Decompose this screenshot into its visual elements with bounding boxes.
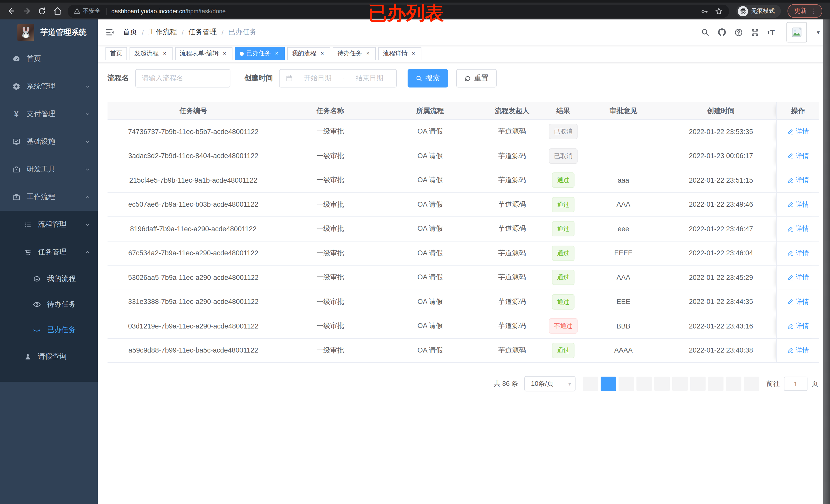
page-button[interactable] <box>744 377 759 391</box>
page-button[interactable] <box>618 377 634 391</box>
fullscreen-icon[interactable] <box>751 28 759 37</box>
sidebar-item-workflow[interactable]: 工作流程 <box>0 183 98 211</box>
detail-link[interactable]: 详情 <box>787 176 809 185</box>
view-tab[interactable]: 已办任务 × <box>235 47 285 60</box>
task-name-cell: 一级审批 <box>279 297 381 306</box>
url-path: /bpm/task/done <box>185 8 226 14</box>
detail-link[interactable]: 详情 <box>787 249 809 258</box>
view-tab[interactable]: 流程表单-编辑 × <box>175 47 232 60</box>
detail-link[interactable]: 详情 <box>787 200 809 209</box>
comment-cell: aaa <box>581 176 666 184</box>
page-button[interactable] <box>690 377 706 391</box>
page-button[interactable] <box>708 377 724 391</box>
logo-avatar: 🐰 <box>18 24 34 41</box>
face-icon <box>31 275 43 283</box>
view-tab[interactable]: 我的流程 × <box>287 47 330 60</box>
pagination: 共 86 条 10条/页 ▾ 前往 1 页 <box>107 376 819 392</box>
sidebar-item-task-mgmt[interactable]: 任务管理 <box>0 238 98 266</box>
input-placeholder: 请输入流程名 <box>142 74 183 83</box>
detail-link-label: 详情 <box>796 297 809 306</box>
sidebar-item-dev[interactable]: 研发工具 <box>0 156 98 183</box>
process-name-input[interactable]: 请输入流程名 <box>135 69 230 88</box>
sidebar-item-leave-query[interactable]: 请假查询 <box>0 343 98 370</box>
create-time-cell: 2022-01-23 00:06:17 <box>666 152 776 160</box>
sidebar-logo-row[interactable]: 🐰 芋道管理系统 <box>0 20 98 45</box>
browser-update-button[interactable]: 更新 ⋮ <box>788 4 822 18</box>
back-icon[interactable] <box>6 6 17 16</box>
sidebar-item-my-process[interactable]: 我的流程 <box>0 266 98 292</box>
view-tab[interactable]: 发起流程 × <box>130 47 172 60</box>
detail-link[interactable]: 详情 <box>787 297 809 306</box>
vertical-scrollbar[interactable] <box>823 20 830 504</box>
forward-icon[interactable] <box>22 6 32 16</box>
security-indicator[interactable]: 不安全 <box>74 7 101 15</box>
page-button[interactable] <box>601 377 616 391</box>
col-starter: 流程发起人 <box>479 106 545 115</box>
sidebar-item-done[interactable]: 已办任务 <box>0 317 98 343</box>
action-cell: 详情 <box>776 290 819 314</box>
reload-icon[interactable] <box>37 6 47 16</box>
starter-cell: 芋道源码 <box>479 200 545 209</box>
sidebar-item-home[interactable]: 首页 <box>0 45 98 73</box>
home-icon[interactable] <box>52 6 62 16</box>
goto-page-input[interactable]: 1 <box>784 377 807 391</box>
bookmark-star-icon[interactable] <box>715 7 723 15</box>
view-tab[interactable]: 首页 <box>105 47 127 60</box>
tab-close-icon[interactable]: × <box>221 50 228 57</box>
action-cell: 详情 <box>776 144 819 168</box>
chevron-down-icon <box>85 139 91 145</box>
page-button[interactable] <box>583 377 598 391</box>
detail-link[interactable]: 详情 <box>787 346 809 355</box>
result-badge: 通过 <box>552 343 574 358</box>
goto-group: 前往 1 页 <box>767 377 818 391</box>
tab-close-icon[interactable]: × <box>274 50 280 57</box>
sidebar-item-system[interactable]: 系统管理 <box>0 73 98 100</box>
page-size-select[interactable]: 10条/页 ▾ <box>524 376 576 392</box>
page-button[interactable] <box>636 377 652 391</box>
detail-link[interactable]: 详情 <box>787 224 809 234</box>
task-id-cell: 331e3388-7b9a-11ec-a290-acde48001122 <box>107 298 279 306</box>
page-button[interactable] <box>726 377 741 391</box>
breadcrumb-item[interactable]: 任务管理 <box>188 28 217 37</box>
action-cell: 详情 <box>776 217 819 241</box>
comment-cell: eee <box>581 225 666 233</box>
browser-menu-icon[interactable]: ⋮ <box>810 7 817 15</box>
font-size-icon[interactable]: TT <box>767 28 775 37</box>
detail-link[interactable]: 详情 <box>787 127 809 136</box>
sidebar-item-infra[interactable]: 基础设施 <box>0 128 98 156</box>
caret-down-icon[interactable]: ▼ <box>816 29 821 35</box>
detail-link[interactable]: 详情 <box>787 152 809 161</box>
detail-link[interactable]: 详情 <box>787 273 809 282</box>
github-icon[interactable] <box>717 28 727 37</box>
sidebar-item-label: 已办任务 <box>47 326 91 335</box>
tab-close-icon[interactable]: × <box>161 50 168 57</box>
breadcrumb-item[interactable]: 工作流程 <box>149 28 177 37</box>
password-key-icon[interactable] <box>700 7 709 15</box>
tab-close-icon[interactable]: × <box>319 50 326 57</box>
sidebar-item-process-mgmt[interactable]: 流程管理 <box>0 211 98 238</box>
breadcrumb-item[interactable]: 已办任务 <box>228 28 257 37</box>
page-button[interactable] <box>655 377 670 391</box>
top-navbar: 首页 / 工作流程 / 任务管理 / 已办任务 <box>98 20 830 45</box>
sidebar-item-todo[interactable]: 待办任务 <box>0 292 98 317</box>
sidebar: 🐰 芋道管理系统 首页 系统管理 ¥ 支付管理 <box>0 20 98 504</box>
search-button[interactable]: 搜索 <box>408 69 448 88</box>
sidebar-item-pay[interactable]: ¥ 支付管理 <box>0 100 98 128</box>
avatar[interactable] <box>787 22 807 42</box>
tab-close-icon[interactable]: × <box>410 50 417 57</box>
detail-link[interactable]: 详情 <box>787 322 809 331</box>
tab-close-icon[interactable]: × <box>364 50 371 57</box>
breadcrumb-item[interactable]: 首页 <box>123 28 137 37</box>
sidebar-toggle-icon[interactable] <box>105 28 115 37</box>
action-cell: 详情 <box>776 314 819 338</box>
help-icon[interactable] <box>734 28 743 37</box>
view-tab[interactable]: 流程详情 × <box>378 47 421 60</box>
reset-button[interactable]: 重置 <box>456 69 497 88</box>
search-icon[interactable] <box>701 28 710 37</box>
pager <box>583 377 759 391</box>
view-tab[interactable]: 待办任务 × <box>333 47 376 60</box>
page-button[interactable] <box>672 377 688 391</box>
task-name-cell: 一级审批 <box>279 176 381 185</box>
date-range-input[interactable]: 开始日期 - 结束日期 <box>279 69 397 88</box>
col-create-time: 创建时间 <box>666 106 776 115</box>
